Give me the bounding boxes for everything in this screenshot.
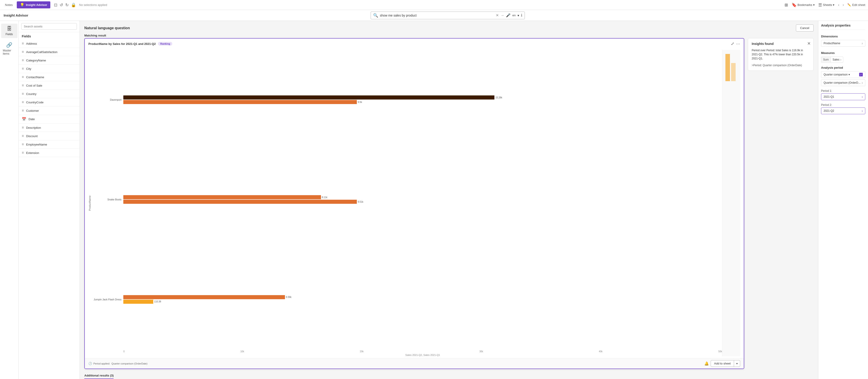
bar-row: Snake Boots 8.11k 9.51k xyxy=(92,195,722,204)
expand-chart-btn[interactable]: ⤢ xyxy=(731,41,734,46)
lang-chevron-icon[interactable]: ▾ xyxy=(518,13,519,17)
measure-sum-item[interactable]: Sum Sales › xyxy=(821,57,843,63)
lasso-icon[interactable]: ⊡ xyxy=(54,2,57,7)
period1-chevron-icon: › xyxy=(862,95,863,99)
info-icon[interactable]: ℹ xyxy=(521,13,522,18)
cancel-button[interactable]: Cancel xyxy=(796,25,814,32)
bar-row: Davenport 15.28k 9.5k xyxy=(92,95,722,104)
bar-chart: ProductName Davenport 15.28k xyxy=(88,50,740,356)
bar-val: 15.28k xyxy=(495,96,502,99)
fields-search xyxy=(19,21,80,32)
bar-row: Jumpin Jack Flash Dress 6.56k xyxy=(92,295,722,304)
measure-sales-label[interactable]: Sales › xyxy=(831,57,843,63)
sidebar-item-fields[interactable]: 🗄 Fields xyxy=(1,24,18,38)
bar-val: 6.56k xyxy=(286,296,291,298)
list-item[interactable]: ≡ ContactName xyxy=(19,73,80,82)
list-item[interactable]: ≡ Country xyxy=(19,90,80,98)
x-tick: 20k xyxy=(360,350,364,353)
list-item[interactable]: ≡ EmployeeName xyxy=(19,140,80,149)
list-item[interactable]: ≡ Extension xyxy=(19,149,80,157)
add-to-sheet-main[interactable]: Add to sheet xyxy=(711,360,734,367)
period-applied-label: Period applied: xyxy=(93,362,110,365)
bar-val: 110.38 xyxy=(154,301,161,303)
calendar-icon: 📅 xyxy=(22,117,26,121)
insights-close-btn[interactable]: ✕ xyxy=(807,41,811,46)
clear-search-icon[interactable]: ✕ xyxy=(496,13,499,18)
chevron-left-icon: ‹ xyxy=(838,3,839,7)
bar-q1 xyxy=(123,95,494,99)
bar-chart-main: Davenport 15.28k 9.5k xyxy=(92,50,722,356)
sheets-icon: ☰ xyxy=(818,2,822,7)
add-sheet-dropdown-icon[interactable]: ▾ xyxy=(734,360,740,367)
add-to-sheet-btn: Add to sheet ▾ xyxy=(711,360,740,367)
properties-panel-title: Analysis properties xyxy=(821,24,865,27)
bookmark-icon: 🔖 xyxy=(792,2,797,7)
redo-icon[interactable]: ↻ xyxy=(65,2,69,7)
insights-text: Period over Period: total Sales is 116.9… xyxy=(752,48,810,61)
grid-icon-btn[interactable]: ⊞ xyxy=(784,2,788,7)
language-selector[interactable]: en xyxy=(512,13,516,17)
list-item[interactable]: ≡ CategoryName xyxy=(19,56,80,65)
bar-wrap: 9.5k xyxy=(123,100,722,104)
edit-sheet-btn[interactable]: ✏️ Edit sheet xyxy=(847,3,865,7)
undo-icon[interactable]: ↺ xyxy=(60,2,63,7)
nav-prev-btn[interactable]: ‹ xyxy=(838,3,839,7)
list-item[interactable]: ≡ Cost of Sale xyxy=(19,82,80,90)
field-icon: ≡ xyxy=(22,100,24,104)
search-icon: 🔍 xyxy=(373,13,378,18)
x-tick: 0 xyxy=(123,350,125,353)
content-header: Natural language question Cancel xyxy=(80,21,818,34)
left-sidebar: 🗄 Fields 🔗 Master items xyxy=(0,21,19,379)
bookmarks-btn[interactable]: 🔖 Bookmarks ▾ xyxy=(792,2,815,7)
period-checkbox[interactable]: ✓ xyxy=(859,73,863,76)
bar-wrap: 9.51k xyxy=(123,200,722,204)
list-item[interactable]: ≡ Description xyxy=(19,124,80,132)
insights-title: Insights found xyxy=(752,42,810,45)
chart-title: ProductName by Sales for 2021-Q1 and 202… xyxy=(88,42,172,45)
insights-link[interactable]: >Period: Quarter comparison (OrderDate) xyxy=(752,64,810,67)
top-bar-toolbar: ⊡ ↺ ↻ 🔒 No selections applied xyxy=(54,2,107,7)
field-icon: ≡ xyxy=(22,126,24,130)
search-assets-input[interactable] xyxy=(21,23,77,30)
list-item[interactable]: ≡ Customer xyxy=(19,106,80,115)
field-icon: ≡ xyxy=(22,50,24,54)
period-info: 🕐 Period applied: Quarter comparison (Or… xyxy=(88,362,147,365)
insight-advisor-btn[interactable]: 💡 Insight Advisor xyxy=(17,1,50,8)
more-options-btn[interactable]: ⋯ xyxy=(736,41,740,46)
chart-container: ProductName by Sales for 2021-Q1 and 202… xyxy=(84,38,744,369)
nav-next-btn[interactable]: › xyxy=(843,3,844,7)
lock-icon[interactable]: 🔒 xyxy=(71,2,76,7)
period2-value[interactable]: 2021-Q2 › xyxy=(821,107,865,114)
bookmarks-chevron-icon: ▾ xyxy=(813,3,815,7)
dimension-item[interactable]: ProductName › xyxy=(821,40,865,47)
sidebar-item-master-items[interactable]: 🔗 Master items xyxy=(1,40,18,58)
bar-q2 xyxy=(123,100,357,104)
additional-results-tab[interactable]: Additional results (3) xyxy=(84,374,114,379)
svg-rect-2 xyxy=(731,63,736,81)
microphone-icon[interactable]: 🎤 xyxy=(506,13,510,18)
ranking-badge: Ranking xyxy=(158,42,172,45)
sheets-btn[interactable]: ☰ Sheets ▾ xyxy=(818,2,834,7)
period-dropdown[interactable]: Quarter comparison ▾ ✓ xyxy=(821,71,865,78)
list-item[interactable]: ≡ City xyxy=(19,65,80,73)
notes-tab[interactable]: Notes xyxy=(3,3,15,7)
list-item[interactable]: ≡ AverageCallSatisfaction xyxy=(19,48,80,56)
bar-wrap: 15.28k xyxy=(123,95,722,99)
list-item[interactable]: 📅 Date xyxy=(19,115,80,124)
analysis-period-title: Analysis period xyxy=(821,66,865,69)
field-icon: ≡ xyxy=(22,67,24,71)
period1-value[interactable]: 2021-Q1 › xyxy=(821,93,865,100)
bar-group: 15.28k 9.5k xyxy=(123,95,722,104)
list-item[interactable]: ≡ Discount xyxy=(19,132,80,140)
field-icon: ≡ xyxy=(22,92,24,96)
search-input[interactable] xyxy=(380,13,494,17)
list-item[interactable]: ≡ Address xyxy=(19,39,80,48)
list-item[interactable]: ≡ CountryCode xyxy=(19,98,80,106)
period-sub-item[interactable]: Quarter comparison (OrderD... › xyxy=(821,79,865,86)
submit-search-icon[interactable]: → xyxy=(500,13,504,18)
link-icon: 🔗 xyxy=(6,42,12,48)
x-tick: 30k xyxy=(479,350,483,353)
alert-icon[interactable]: 🔔 xyxy=(704,361,709,366)
bulb-icon: 💡 xyxy=(20,3,25,7)
search-bar: 🔍 ✕ → 🎤 en ▾ ℹ xyxy=(371,11,525,19)
